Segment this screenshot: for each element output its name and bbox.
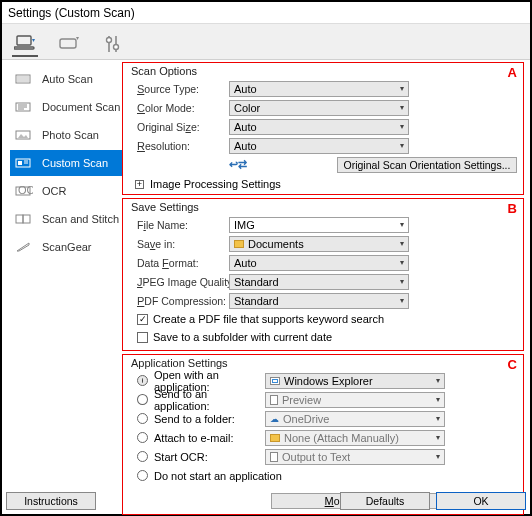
svg-rect-8: [17, 76, 29, 82]
attach-email-label: Attach to e-mail:: [154, 432, 233, 444]
sidebar-item-scan-and-stitch[interactable]: Scan and Stitch: [10, 206, 122, 232]
main-panel: A Scan Options Source Type: Auto▾ Color …: [122, 60, 530, 514]
color-mode-label: Color Mode:: [131, 102, 229, 114]
send-app-label: Send to an application:: [154, 388, 265, 412]
data-format-label: Data Format:: [131, 257, 229, 269]
pdf-compression-label: PDF Compression:: [131, 295, 229, 307]
scangear-icon: [14, 239, 34, 255]
tab-scan-from-printer[interactable]: [56, 31, 82, 57]
data-format-select[interactable]: Auto▾: [229, 255, 409, 271]
svg-rect-15: [18, 161, 22, 165]
resolution-label: Resolution:: [131, 140, 229, 152]
sidebar-item-label: Scan and Stitch: [42, 213, 119, 225]
sidebar-item-scangear[interactable]: ScanGear: [10, 234, 122, 260]
original-size-label: Original Size:: [131, 121, 229, 133]
open-app-select[interactable]: Windows Explorer▾: [265, 373, 445, 389]
photo-scan-icon: [14, 127, 34, 143]
file-name-label: File Name:: [131, 219, 229, 231]
file-name-field[interactable]: IMG▾: [229, 217, 409, 233]
save-in-label: Save in:: [131, 238, 229, 250]
content-area: Auto Scan Document Scan Photo Scan Custo…: [2, 60, 530, 514]
svg-rect-20: [16, 215, 23, 223]
sidebar-item-custom-scan[interactable]: Custom Scan: [10, 150, 122, 176]
custom-scan-icon: [14, 155, 34, 171]
stitch-icon: [14, 211, 34, 227]
instructions-button[interactable]: Instructions: [6, 492, 96, 510]
start-ocr-label: Start OCR:: [154, 451, 208, 463]
section-letter-b: B: [508, 201, 517, 216]
sidebar: Auto Scan Document Scan Photo Scan Custo…: [2, 60, 122, 514]
source-type-label: Source Type:: [131, 83, 229, 95]
rotate-arrow-icon: ↩⇄: [229, 158, 247, 171]
ok-button[interactable]: OK: [436, 492, 526, 510]
do-not-start-radio[interactable]: [137, 470, 148, 481]
send-folder-select[interactable]: ☁OneDrive▾: [265, 411, 445, 427]
bottom-bar: Instructions Defaults OK: [4, 490, 528, 512]
pdf-keyword-label: Create a PDF file that supports keyword …: [153, 313, 384, 325]
svg-rect-1: [14, 47, 34, 49]
plus-icon: +: [135, 180, 144, 189]
sidebar-item-label: Auto Scan: [42, 73, 93, 85]
section-scan-options: A Scan Options Source Type: Auto▾ Color …: [122, 62, 524, 195]
orientation-settings-button[interactable]: Original Scan Orientation Settings...: [337, 157, 517, 173]
sidebar-item-label: Photo Scan: [42, 129, 99, 141]
sidebar-item-document-scan[interactable]: Document Scan: [10, 94, 122, 120]
original-size-select[interactable]: Auto▾: [229, 119, 409, 135]
ocr-icon: OC: [14, 183, 34, 199]
do-not-start-label: Do not start an application: [154, 470, 282, 482]
sidebar-item-label: ScanGear: [42, 241, 92, 253]
section-letter-c: C: [508, 357, 517, 372]
window: Settings (Custom Scan) Auto Scan Documen…: [0, 0, 532, 516]
start-ocr-select[interactable]: Output to Text▾: [265, 449, 445, 465]
save-settings-title: Save Settings: [131, 201, 517, 213]
send-folder-label: Send to a folder:: [154, 413, 235, 425]
send-app-radio[interactable]: [137, 394, 148, 405]
sidebar-item-photo-scan[interactable]: Photo Scan: [10, 122, 122, 148]
jpeg-quality-label: JPEG Image Quality:: [131, 276, 229, 288]
source-type-select[interactable]: Auto▾: [229, 81, 409, 97]
subfolder-label: Save to a subfolder with current date: [153, 331, 332, 343]
svg-point-6: [114, 44, 119, 49]
open-app-radio[interactable]: [137, 375, 148, 386]
auto-scan-icon: [14, 71, 34, 87]
sidebar-item-label: OCR: [42, 185, 66, 197]
defaults-button[interactable]: Defaults: [340, 492, 430, 510]
text-icon: [270, 452, 278, 462]
application-settings-title: Application Settings: [131, 357, 517, 369]
pdf-compression-select[interactable]: Standard▾: [229, 293, 409, 309]
svg-text:OC: OC: [18, 184, 33, 196]
expander-label: Image Processing Settings: [150, 178, 281, 190]
tab-general-settings[interactable]: [100, 31, 126, 57]
scan-options-title: Scan Options: [131, 65, 517, 77]
color-mode-select[interactable]: Color▾: [229, 100, 409, 116]
pdf-keyword-checkbox[interactable]: ✓: [137, 314, 148, 325]
tab-scan-from-computer[interactable]: [12, 31, 38, 57]
sidebar-item-ocr[interactable]: OC OCR: [10, 178, 122, 204]
save-in-select[interactable]: Documents▾: [229, 236, 409, 252]
sidebar-item-label: Custom Scan: [42, 157, 108, 169]
svg-rect-2: [60, 39, 76, 48]
subfolder-checkbox[interactable]: [137, 332, 148, 343]
attach-email-radio[interactable]: [137, 432, 148, 443]
sidebar-item-label: Document Scan: [42, 101, 120, 113]
section-letter-a: A: [508, 65, 517, 80]
svg-point-5: [107, 37, 112, 42]
folder-icon: [234, 240, 244, 248]
svg-rect-21: [23, 215, 30, 223]
svg-rect-0: [17, 36, 31, 45]
jpeg-quality-select[interactable]: Standard▾: [229, 274, 409, 290]
toolbar-tabs: [2, 24, 530, 60]
send-folder-radio[interactable]: [137, 413, 148, 424]
send-app-select[interactable]: Preview▾: [265, 392, 445, 408]
attach-email-select[interactable]: None (Attach Manually)▾: [265, 430, 445, 446]
explorer-icon: [270, 377, 280, 385]
resolution-select[interactable]: Auto▾: [229, 138, 409, 154]
image-processing-expander[interactable]: + Image Processing Settings: [131, 178, 517, 190]
preview-icon: [270, 395, 278, 405]
mail-icon: [270, 434, 280, 442]
document-scan-icon: [14, 99, 34, 115]
titlebar: Settings (Custom Scan): [2, 2, 530, 24]
sidebar-item-auto-scan[interactable]: Auto Scan: [10, 66, 122, 92]
onedrive-icon: ☁: [270, 414, 279, 424]
start-ocr-radio[interactable]: [137, 451, 148, 462]
